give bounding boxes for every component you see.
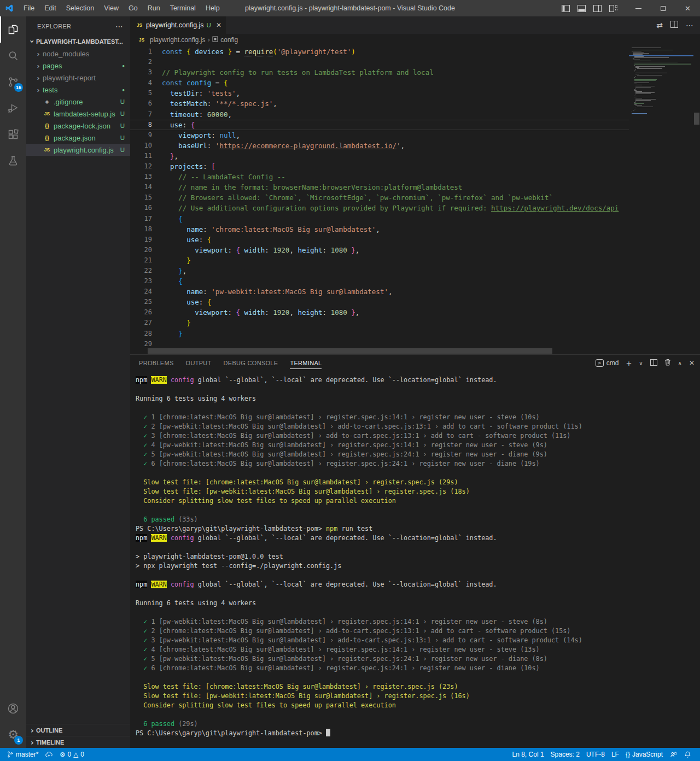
chevron-right-icon: ›: [28, 726, 36, 735]
menu-file[interactable]: File: [19, 0, 39, 16]
braces-icon: {}: [626, 751, 630, 758]
settings-gear-icon[interactable]: ⚙ 1: [0, 722, 26, 748]
testing-icon[interactable]: [0, 148, 26, 174]
menu-selection[interactable]: Selection: [61, 0, 99, 16]
file-tree: ›node_modules›pages●›playwright-report›t…: [26, 48, 130, 156]
code-line-3: 3// Playwright config to run tests on La…: [130, 67, 629, 78]
code-line-12: 12 projects: [: [130, 161, 629, 172]
tab-label: playwright.config.js: [146, 21, 204, 29]
toggle-secondary-sidebar-icon[interactable]: [593, 5, 602, 12]
eol-setting[interactable]: LF: [608, 748, 622, 761]
indentation-setting[interactable]: Spaces: 2: [547, 748, 583, 761]
git-status-badge: U: [120, 110, 130, 117]
menu-help[interactable]: Help: [201, 0, 225, 16]
terminal-line: [136, 589, 700, 599]
close-tab-icon[interactable]: ✕: [216, 21, 221, 29]
terminal-line: Slow test file: [chrome:latest:MacOS Big…: [136, 478, 700, 487]
terminal-line: Consider splitting slow test files to sp…: [136, 701, 700, 710]
explorer-title: EXPLORER: [37, 23, 71, 30]
settings-badge: 1: [14, 736, 23, 745]
git-status-badge: U: [120, 147, 130, 153]
customize-layout-icon[interactable]: [609, 5, 617, 12]
minimap[interactable]: [629, 46, 693, 348]
git-untracked-badge: U: [207, 22, 211, 28]
terminal-dropdown-icon[interactable]: ∨: [639, 360, 643, 366]
open-changes-icon[interactable]: ⇄: [656, 21, 663, 30]
code-editor[interactable]: 1const { devices } = require('@playwrigh…: [130, 46, 700, 348]
tree-file-package-lock.json[interactable]: {}package-lock.jsonU: [26, 120, 130, 132]
vscode-window: FileEditSelectionViewGoRunTerminalHelp p…: [0, 0, 700, 761]
source-control-icon[interactable]: 16: [0, 69, 26, 95]
new-terminal-icon[interactable]: +: [626, 359, 632, 367]
terminal-line: npm WARN config global `--global`, `--lo…: [136, 376, 700, 385]
more-actions-icon[interactable]: ⋯: [686, 21, 693, 30]
terminal-profile[interactable]: > cmd: [596, 359, 619, 367]
run-debug-icon[interactable]: [0, 95, 26, 121]
git-branch-indicator[interactable]: master*: [3, 748, 42, 761]
tree-file-package.json[interactable]: {}package.jsonU: [26, 132, 130, 144]
panel-tab-debug-console[interactable]: DEBUG CONSOLE: [224, 355, 278, 371]
menu-run[interactable]: Run: [143, 0, 165, 16]
encoding-setting[interactable]: UTF-8: [583, 748, 608, 761]
git-status-badge: U: [120, 98, 130, 105]
tree-file-.gitignore[interactable]: ◆.gitignoreU: [26, 96, 130, 108]
maximize-button[interactable]: [651, 0, 675, 16]
menu-go[interactable]: Go: [124, 0, 143, 16]
accounts-icon[interactable]: [0, 695, 26, 722]
feedback-icon[interactable]: [666, 748, 681, 761]
toggle-panel-icon[interactable]: [578, 5, 586, 12]
split-editor-icon[interactable]: [670, 20, 678, 30]
close-panel-icon[interactable]: ✕: [689, 359, 695, 367]
terminal-line: ✓ 5 [pw-webkit:latest:MacOS Big sur@lamb…: [136, 450, 700, 459]
problems-indicator[interactable]: ⊗0 △0: [56, 748, 88, 761]
notifications-bell-icon[interactable]: [681, 748, 695, 761]
code-line-17: 17 {: [130, 214, 629, 224]
maximize-panel-icon[interactable]: ∧: [678, 360, 682, 366]
tree-file-playwright.config.js[interactable]: JSplaywright.config.jsU: [26, 144, 130, 156]
terminal-line: Slow test file: [chrome:latest:MacOS Big…: [136, 682, 700, 692]
menu-view[interactable]: View: [99, 0, 124, 16]
editor-vertical-scrollbar[interactable]: [693, 46, 700, 348]
close-window-button[interactable]: ✕: [675, 0, 700, 16]
tree-folder-node_modules[interactable]: ›node_modules: [26, 48, 130, 60]
terminal-output[interactable]: npm WARN config global `--global`, `--lo…: [130, 371, 700, 748]
timeline-section[interactable]: › TIMELINE: [26, 736, 130, 748]
publish-changes-icon[interactable]: [42, 748, 56, 761]
panel-tab-output[interactable]: OUTPUT: [186, 355, 212, 371]
terminal-line: [136, 571, 700, 580]
terminal-line: PS C:\Users\garyp\git\playwright-lambdat…: [136, 729, 700, 738]
toggle-sidebar-icon[interactable]: [562, 5, 570, 12]
git-status-badge: ●: [122, 63, 130, 68]
tab-playwright-config[interactable]: JS playwright.config.js U ✕: [130, 16, 226, 34]
kill-terminal-icon[interactable]: [664, 359, 671, 367]
tree-folder-playwright-report[interactable]: ›playwright-report: [26, 72, 130, 84]
menu-edit[interactable]: Edit: [39, 0, 61, 16]
tree-root-folder[interactable]: › PLAYWRIGHT-LAMBDATEST...: [26, 36, 130, 48]
terminal-line: ✓ 1 [pw-webkit:latest:MacOS Big sur@lamb…: [136, 617, 700, 627]
explorer-more-actions-icon[interactable]: ⋯: [115, 22, 124, 31]
language-mode[interactable]: {} JavaScript: [622, 748, 666, 761]
breadcrumb-file[interactable]: playwright.config.js: [150, 36, 205, 44]
code-area[interactable]: 1const { devices } = require('@playwrigh…: [130, 46, 629, 348]
bottom-panel: PROBLEMSOUTPUTDEBUG CONSOLETERMINAL > cm…: [130, 354, 700, 748]
split-terminal-icon[interactable]: [650, 359, 657, 367]
explorer-icon[interactable]: [0, 16, 26, 43]
tree-file-lambdatest-setup.js[interactable]: JSlambdatest-setup.jsU: [26, 108, 130, 120]
extensions-icon[interactable]: [0, 121, 26, 148]
breadcrumb-symbol[interactable]: config: [220, 36, 238, 44]
code-line-20: 20 viewport: { width: 1920, height: 1080…: [130, 245, 629, 255]
terminal-line: 6 passed (29s): [136, 719, 700, 729]
panel-tab-terminal[interactable]: TERMINAL: [290, 355, 322, 371]
terminal-line: [136, 608, 700, 617]
tree-folder-tests[interactable]: ›tests●: [26, 84, 130, 96]
menu-bar: FileEditSelectionViewGoRunTerminalHelp: [19, 0, 225, 16]
tree-folder-pages[interactable]: ›pages●: [26, 60, 130, 72]
search-icon[interactable]: [0, 43, 26, 69]
menu-terminal[interactable]: Terminal: [165, 0, 201, 16]
panel-tab-problems[interactable]: PROBLEMS: [139, 355, 174, 371]
minimize-button[interactable]: [626, 0, 651, 16]
terminal-line: Slow test file: [pw-webkit:latest:MacOS …: [136, 487, 700, 496]
cursor-position[interactable]: Ln 8, Col 1: [509, 748, 547, 761]
editor-horizontal-scrollbar[interactable]: [130, 348, 700, 354]
outline-section[interactable]: › OUTLINE: [26, 724, 130, 736]
